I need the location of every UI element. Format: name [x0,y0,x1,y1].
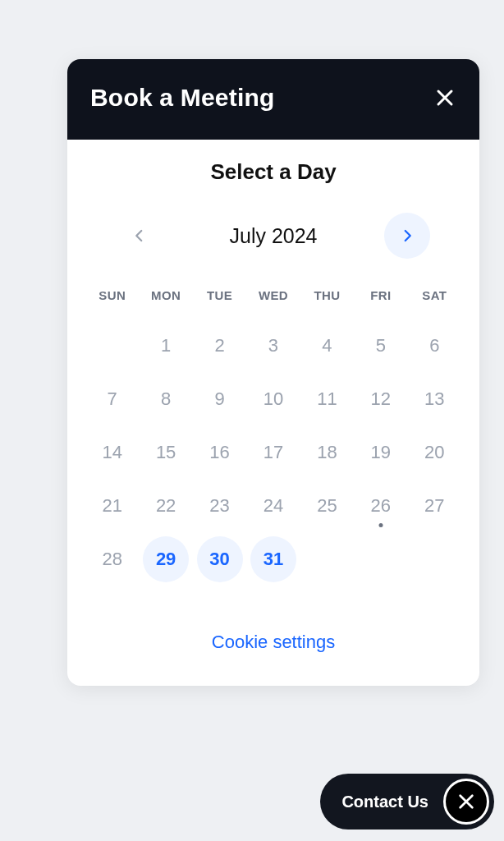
calendar-cell: 27 [408,479,461,532]
calendar-day-blank [411,536,457,582]
calendar-day: 20 [411,430,457,476]
calendar-cell: 13 [408,372,461,425]
calendar-day: 3 [250,323,296,369]
calendar-day: 18 [304,430,350,476]
modal-body: Select a Day July 2024 SUNMONTUEWEDTHUFR… [67,140,479,686]
today-indicator-dot [378,523,383,527]
calendar-day: 19 [358,430,404,476]
calendar-cell: 29 [139,532,192,586]
calendar-day: 23 [197,483,243,529]
calendar-cell: 25 [300,479,354,532]
calendar-day: 17 [250,430,296,476]
calendar-cell [300,532,354,586]
day-of-week-header: TUE [193,282,246,319]
calendar-day: 13 [411,376,457,422]
contact-us-widget[interactable]: Contact Us [320,774,494,830]
calendar-cell: 5 [354,319,407,372]
cookie-settings-link[interactable]: Cookie settings [212,632,335,652]
calendar-day: 15 [143,430,189,476]
calendar-cell: 9 [193,372,246,425]
calendar-cell: 7 [85,372,139,425]
calendar-cell: 20 [408,425,461,479]
calendar-day-blank [89,323,135,369]
calendar-day-blank [304,536,350,582]
calendar-day: 4 [304,323,350,369]
calendar-day: 21 [89,483,135,529]
calendar-day: 9 [197,376,243,422]
calendar-cell: 14 [85,425,139,479]
chevron-left-icon [132,228,147,243]
calendar-day: 25 [304,483,350,529]
calendar-grid: SUNMONTUEWEDTHUFRISAT1234567891011121314… [85,282,461,586]
calendar-cell: 22 [139,479,192,532]
calendar-day: 14 [89,430,135,476]
chevron-right-icon [400,228,415,243]
calendar-day: 5 [358,323,404,369]
calendar-cell: 17 [246,425,300,479]
calendar-cell: 3 [246,319,300,372]
calendar-day: 24 [250,483,296,529]
next-month-button[interactable] [384,213,430,259]
calendar-cell: 15 [139,425,192,479]
calendar-cell: 23 [193,479,246,532]
month-label: July 2024 [220,224,327,248]
calendar-cell: 8 [139,372,192,425]
calendar-day[interactable]: 31 [250,536,296,582]
day-of-week-header: SUN [85,282,139,319]
close-modal-button[interactable] [433,86,456,109]
month-navigation: July 2024 [85,213,461,259]
calendar-day: 10 [250,376,296,422]
calendar-day: 2 [197,323,243,369]
calendar-day-blank [358,536,404,582]
calendar-day[interactable]: 30 [197,536,243,582]
contact-close-button[interactable] [443,779,489,825]
calendar-cell: 12 [354,372,407,425]
calendar-day: 26 [358,483,404,529]
calendar-cell: 31 [246,532,300,586]
calendar-cell: 19 [354,425,407,479]
calendar-day: 6 [411,323,457,369]
calendar-cell: 2 [193,319,246,372]
cookie-bar: Cookie settings [85,599,461,678]
calendar-day: 28 [89,536,135,582]
calendar-day[interactable]: 29 [143,536,189,582]
calendar-day: 27 [411,483,457,529]
calendar-cell: 1 [139,319,192,372]
calendar-cell [85,319,139,372]
close-icon [435,88,455,108]
calendar-cell: 28 [85,532,139,586]
calendar-cell: 4 [300,319,354,372]
close-icon [457,793,475,811]
calendar-cell: 18 [300,425,354,479]
calendar-cell [408,532,461,586]
calendar-cell: 6 [408,319,461,372]
prev-month-button[interactable] [117,213,163,259]
calendar-day: 7 [89,376,135,422]
calendar-cell: 26 [354,479,407,532]
day-of-week-header: SAT [408,282,461,319]
day-of-week-header: FRI [354,282,407,319]
calendar-day: 16 [197,430,243,476]
contact-us-label: Contact Us [341,793,428,811]
calendar-day: 11 [304,376,350,422]
calendar-cell: 11 [300,372,354,425]
calendar-cell: 16 [193,425,246,479]
calendar-day: 12 [358,376,404,422]
day-of-week-header: THU [300,282,354,319]
calendar-cell: 30 [193,532,246,586]
day-of-week-header: WED [246,282,300,319]
calendar-day: 22 [143,483,189,529]
modal-title: Book a Meeting [90,84,275,112]
book-meeting-modal: Book a Meeting Select a Day July 2024 SU… [67,59,479,686]
calendar-day: 1 [143,323,189,369]
calendar-cell: 24 [246,479,300,532]
select-day-heading: Select a Day [85,159,461,185]
modal-header: Book a Meeting [67,59,479,140]
calendar-day: 8 [143,376,189,422]
calendar-cell: 21 [85,479,139,532]
calendar-cell [354,532,407,586]
calendar-cell: 10 [246,372,300,425]
day-of-week-header: MON [139,282,192,319]
